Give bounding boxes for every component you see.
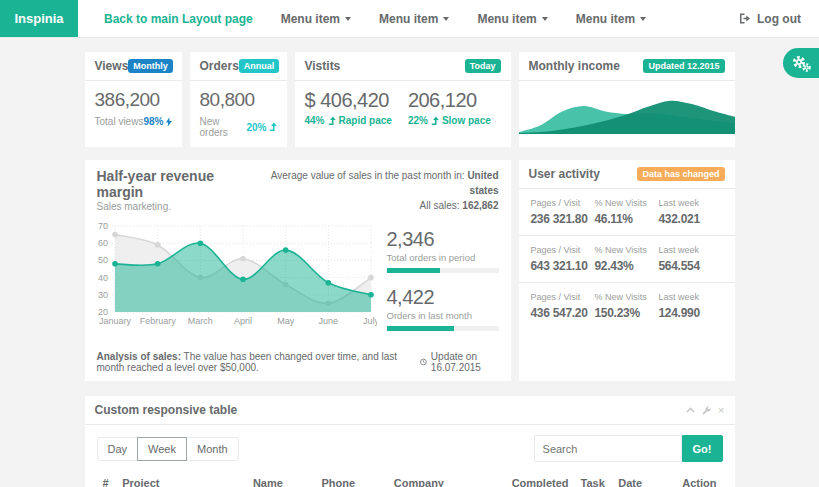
top-navbar: Inspinia Back to main Layout page Menu i… — [0, 0, 819, 38]
views-card: Views Monthly 386,200 Total views 98% — [85, 52, 182, 147]
svg-text:May: May — [277, 316, 295, 326]
custom-table-panel: Custom responsive table × Da — [85, 396, 735, 487]
chevron-down-icon — [640, 17, 646, 21]
last-week-value: 564.554 — [659, 259, 723, 273]
new-visits-value: 46.11% — [595, 212, 659, 226]
svg-text:40: 40 — [97, 273, 107, 283]
monthly-income-area-chart — [519, 81, 735, 134]
svg-text:June: June — [318, 316, 338, 326]
svg-text:January: January — [98, 316, 131, 326]
menu-item-label: Menu item — [477, 12, 536, 26]
wrench-icon — [702, 406, 711, 415]
pages-visit-value: 236 321.80 — [531, 212, 595, 226]
col-completed: Completed — [506, 472, 575, 487]
pages-visit-label: Pages / Visit — [531, 198, 595, 208]
logout-label: Log out — [757, 12, 801, 26]
orders-label: New orders — [200, 116, 247, 138]
visits-value-2: 206,120 — [408, 89, 491, 112]
svg-text:70: 70 — [97, 221, 107, 231]
week-filter-button[interactable]: Week — [137, 437, 187, 461]
orders-value: 80,800 — [200, 89, 277, 111]
table-panel-title: Custom responsive table — [95, 403, 238, 417]
last-week-label: Last week — [659, 292, 723, 302]
svg-text:50: 50 — [97, 255, 107, 265]
logout-button[interactable]: Log out — [739, 0, 819, 37]
visits-pace-2: Slow pace — [442, 115, 491, 126]
level-up-icon — [269, 122, 277, 132]
col-date: Date — [612, 472, 676, 487]
update-date: Update on 16.07.2015 — [431, 351, 499, 373]
day-filter-button[interactable]: Day — [97, 437, 139, 461]
today-badge: Today — [465, 59, 501, 73]
last-week-label: Last week — [659, 245, 723, 255]
col-company: Company — [388, 472, 506, 487]
theme-settings-button[interactable] — [783, 48, 819, 78]
avg-sales-text: Average value of sales in the past month… — [271, 170, 468, 181]
level-up-icon — [328, 116, 336, 126]
settings-button[interactable] — [702, 406, 711, 415]
income-card-title: Monthly income — [529, 59, 620, 73]
svg-text:March: March — [187, 316, 212, 326]
views-label: Total views — [95, 116, 144, 127]
monthly-income-card: Monthly income Updated 12.2015 — [519, 52, 735, 147]
pages-visit-value: 643 321.10 — [531, 259, 595, 273]
new-visits-value: 150.23% — [595, 306, 659, 320]
col-phone: Phone — [315, 472, 387, 487]
svg-text:July: July — [362, 316, 376, 326]
search-input[interactable] — [534, 435, 682, 462]
collapse-button[interactable] — [686, 407, 695, 413]
visits-card-title: Vistits — [305, 59, 341, 73]
menu-item-label: Menu item — [576, 12, 635, 26]
revenue-panel-title: Half-year revenue margin — [97, 168, 255, 200]
activity-row: Pages / Visit643 321.10 % New Visits92.4… — [519, 236, 735, 283]
revenue-panel: Half-year revenue margin Sales marketing… — [85, 160, 511, 381]
visits-value-1: $ 406,420 — [305, 89, 392, 112]
pages-visit-label: Pages / Visit — [531, 245, 595, 255]
menu-item-label: Menu item — [379, 12, 438, 26]
monthly-badge: Monthly — [128, 59, 173, 73]
chevron-down-icon — [443, 17, 449, 21]
last-month-orders-label: Orders in last month — [387, 310, 499, 321]
gears-icon — [792, 55, 811, 72]
svg-text:February: February — [139, 316, 176, 326]
visits-delta-1: 44% — [305, 115, 325, 126]
menu-item-3[interactable]: Menu item — [477, 12, 547, 26]
activity-row: Pages / Visit436 547.20 % New Visits150.… — [519, 283, 735, 329]
visits-delta-2: 22% — [408, 115, 428, 126]
month-filter-button[interactable]: Month — [186, 437, 239, 461]
new-visits-value: 92.43% — [595, 259, 659, 273]
all-sales-value: 162,862 — [462, 200, 498, 211]
brand-logo[interactable]: Inspinia — [0, 0, 78, 37]
new-visits-label: % New Visits — [595, 245, 659, 255]
orders-card-title: Orders — [200, 59, 239, 73]
col-name: Name — [247, 472, 316, 487]
level-up-icon — [431, 116, 439, 126]
sign-out-icon — [739, 13, 751, 24]
views-delta: 98% — [143, 116, 163, 127]
col-task: Task — [575, 472, 613, 487]
last-month-orders-progressbar — [387, 326, 499, 331]
visits-pace-1: Rapid pace — [339, 115, 392, 126]
menu-item-2[interactable]: Menu item — [379, 12, 449, 26]
back-to-layout-link[interactable]: Back to main Layout page — [104, 12, 253, 26]
new-visits-label: % New Visits — [595, 198, 659, 208]
chevron-down-icon — [542, 17, 548, 21]
menu-item-label: Menu item — [281, 12, 340, 26]
orders-card: Orders Annual 80,800 New orders 20% — [190, 52, 287, 147]
close-icon[interactable]: × — [718, 405, 724, 416]
col-project: Project — [116, 472, 247, 487]
user-activity-panel: User activity Data has changed Pages / V… — [519, 160, 735, 381]
go-button[interactable]: Go! — [682, 435, 723, 462]
menu-item-4[interactable]: Menu item — [576, 12, 646, 26]
period-filter-group: Day Week Month — [97, 437, 239, 461]
analysis-label: Analysis of sales: — [97, 351, 181, 362]
revenue-panel-subtitle: Sales marketing. — [97, 201, 255, 212]
col-num: # — [97, 472, 117, 487]
chevron-up-icon — [686, 407, 695, 413]
bolt-icon — [166, 117, 172, 127]
menu-item-1[interactable]: Menu item — [281, 12, 351, 26]
svg-text:30: 30 — [97, 290, 107, 300]
svg-text:60: 60 — [97, 238, 107, 248]
activity-row: Pages / Visit236 321.80 % New Visits46.1… — [519, 189, 735, 236]
last-month-orders-value: 4,422 — [387, 286, 499, 309]
